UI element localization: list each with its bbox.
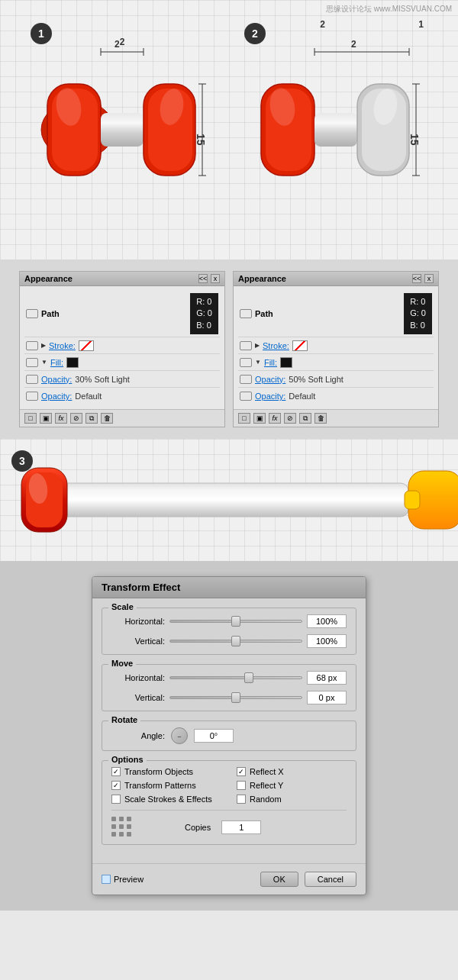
- appearance-panel-1: Appearance << x Path R: 0 G: 0 B: 0 ▶: [19, 271, 225, 427]
- panel1-fill-eye[interactable]: [26, 358, 38, 367]
- scale-strokes-checkbox[interactable]: [111, 795, 121, 804]
- panel1-path-label: Path: [41, 309, 187, 318]
- panel2-layer-icon[interactable]: ▣: [253, 413, 266, 424]
- scale-horizontal-slider[interactable]: [169, 620, 302, 623]
- panel2-opacity1-label[interactable]: Opacity:: [255, 375, 285, 384]
- move-horizontal-slider[interactable]: [169, 676, 302, 679]
- preview-row: Preview: [102, 875, 144, 884]
- panel1-title: Appearance: [24, 274, 73, 283]
- options-group: Options Transform Objects Reflect X Tran…: [102, 760, 356, 845]
- panel2-path-label: Path: [255, 309, 401, 318]
- panel1-rgb-display: R: 0 G: 0 B: 0: [190, 293, 218, 334]
- panel2-title: Appearance: [238, 274, 286, 283]
- dialog-overlay: Transform Effect Scale Horizontal: Verti…: [0, 561, 458, 911]
- panel1-opacity2-value: Default: [75, 392, 102, 401]
- copies-input[interactable]: [221, 820, 261, 834]
- angle-dial[interactable]: –: [171, 727, 188, 744]
- panel1-fill-row: ▼ Fill:: [24, 354, 220, 371]
- panel2-restrict-icon[interactable]: ⊘: [284, 413, 296, 424]
- scale-horizontal-thumb[interactable]: [231, 616, 240, 627]
- panel1-eye-icon[interactable]: [26, 309, 38, 318]
- scale-strokes-row: Scale Strokes & Effects: [111, 795, 221, 804]
- panel1-restrict-icon[interactable]: ⊘: [70, 413, 82, 424]
- panel1-stroke-label[interactable]: Stroke:: [49, 341, 76, 350]
- panel2-opacity1-row: Opacity: 50% Soft Light: [238, 371, 434, 388]
- panel2-opacity2-label[interactable]: Opacity:: [255, 392, 285, 401]
- move-vertical-slider[interactable]: [169, 696, 302, 699]
- scale-strokes-label: Scale Strokes & Effects: [124, 795, 212, 804]
- reflect-y-row: Reflect Y: [237, 781, 347, 790]
- transform-patterns-label: Transform Patterns: [124, 781, 196, 790]
- panel1-stroke-eye[interactable]: [26, 341, 38, 350]
- angle-input[interactable]: [194, 729, 234, 743]
- scale-vertical-thumb[interactable]: [231, 636, 240, 646]
- panel2-stroke-eye[interactable]: [240, 341, 252, 350]
- scale-vertical-input[interactable]: [307, 634, 347, 648]
- step3-badge: 3: [11, 450, 33, 472]
- scale-horizontal-input[interactable]: [307, 614, 347, 628]
- move-horizontal-thumb[interactable]: [244, 672, 253, 683]
- random-checkbox[interactable]: [237, 795, 246, 804]
- panel2-fill-swatch[interactable]: [280, 357, 292, 368]
- panel1-titlebar: Appearance << x: [20, 272, 224, 286]
- scale-vertical-row: Vertical:: [111, 634, 347, 648]
- transform-objects-checkbox[interactable]: [111, 767, 121, 776]
- random-row: Random: [237, 795, 347, 804]
- panel2-copy-icon[interactable]: ⧉: [299, 413, 311, 424]
- transform-patterns-checkbox[interactable]: [111, 781, 121, 790]
- move-vertical-thumb[interactable]: [231, 692, 240, 703]
- ok-button[interactable]: OK: [260, 872, 298, 887]
- panel2-content: Path R: 0 G: 0 B: 0 ▶ Stroke: ▼ Fill:: [234, 286, 438, 409]
- reflect-x-checkbox[interactable]: [237, 767, 246, 776]
- tube-section: 3: [0, 439, 458, 561]
- preview-checkbox[interactable]: [102, 875, 111, 884]
- dumbbell-svg-1: 15 2: [38, 31, 206, 229]
- panel1-fx-icon[interactable]: fx: [55, 413, 67, 424]
- panel1-opacity1-eye[interactable]: [26, 375, 38, 384]
- panel2-footer: □ ▣ fx ⊘ ⧉ 🗑: [234, 409, 438, 427]
- scale-group: Scale Horizontal: Vertical:: [102, 608, 356, 655]
- panel1-opacity2-label[interactable]: Opacity:: [41, 392, 72, 401]
- scale-vertical-slider[interactable]: [169, 640, 302, 643]
- panel2-opacity1-eye[interactable]: [240, 375, 252, 384]
- move-vertical-label: Vertical:: [111, 693, 165, 702]
- panel1-new-layer-icon[interactable]: □: [24, 413, 37, 424]
- panel2-collapse-btn[interactable]: <<: [412, 274, 421, 283]
- panel1-copy-icon[interactable]: ⧉: [85, 413, 98, 424]
- panel1-stroke-swatch[interactable]: [79, 340, 94, 351]
- transform-objects-row: Transform Objects: [111, 767, 221, 776]
- reflect-y-checkbox[interactable]: [237, 781, 246, 790]
- transform-patterns-row: Transform Patterns: [111, 781, 221, 790]
- panel2-fill-eye[interactable]: [240, 358, 252, 367]
- move-vertical-input[interactable]: [307, 691, 347, 704]
- panel1-opacity1-label[interactable]: Opacity:: [41, 375, 72, 384]
- panel2-stroke-label[interactable]: Stroke:: [263, 341, 289, 350]
- dim-top-1: 2: [120, 37, 125, 47]
- panel2-fill-label[interactable]: Fill:: [264, 358, 277, 367]
- panel2-delete-icon[interactable]: 🗑: [314, 413, 327, 424]
- copies-grid-icon: [111, 817, 133, 838]
- dialog-footer-buttons: OK Cancel: [260, 872, 356, 887]
- panel2-fx-icon[interactable]: fx: [269, 413, 281, 424]
- panel2-stroke-swatch[interactable]: [292, 340, 308, 351]
- preview-label: Preview: [114, 875, 144, 884]
- panel2-eye-icon[interactable]: [240, 309, 252, 318]
- panel1-fill-swatch[interactable]: [66, 357, 79, 368]
- panel2-controls: << x: [412, 274, 434, 283]
- panel1-close-btn[interactable]: x: [211, 274, 220, 283]
- panel1-opacity2-eye[interactable]: [26, 392, 38, 401]
- panel2-path-row: Path R: 0 G: 0 B: 0: [238, 291, 434, 337]
- copies-row: Copies: [111, 810, 347, 838]
- panel2-opacity1-value: 50% Soft Light: [289, 375, 344, 384]
- move-horizontal-input[interactable]: [307, 671, 347, 685]
- panel1-delete-icon[interactable]: 🗑: [101, 413, 113, 424]
- panel2-close-btn[interactable]: x: [424, 274, 434, 283]
- dumbbell-svg-2: 15 2: [252, 31, 420, 229]
- panel1-fill-label[interactable]: Fill:: [50, 358, 63, 367]
- panel2-opacity2-eye[interactable]: [240, 392, 252, 401]
- panel1-collapse-btn[interactable]: <<: [198, 274, 208, 283]
- panel1-opacity1-value: 30% Soft Light: [75, 375, 130, 384]
- panel1-layer-icon[interactable]: ▣: [40, 413, 52, 424]
- cancel-button[interactable]: Cancel: [305, 872, 356, 887]
- panel2-new-layer-icon[interactable]: □: [238, 413, 250, 424]
